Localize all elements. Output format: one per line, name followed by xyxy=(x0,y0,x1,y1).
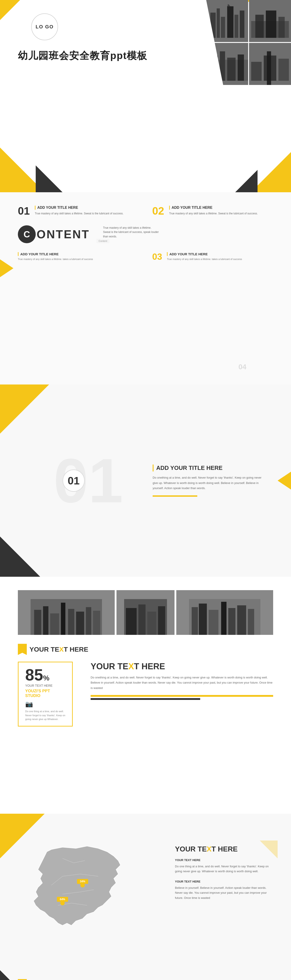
svg-rect-39 xyxy=(221,602,226,635)
slide3-text: Do onething at a time, and do well. Neve… xyxy=(153,475,264,491)
yellow-bar-3 xyxy=(153,495,197,497)
item-text-3: True mastery of any skill takes a lifeti… xyxy=(18,257,139,261)
svg-rect-3 xyxy=(227,6,233,38)
svg-rect-27 xyxy=(76,612,84,635)
deco-right-yellow-3 xyxy=(278,472,291,490)
deco-left-yellow-3 xyxy=(0,385,49,434)
content-item-4: ADD YOUR TITLE HERE True mastery of any … xyxy=(167,252,242,261)
slide-2: 01 ADD YOUR TITLE HERE True mastery of a… xyxy=(0,192,291,385)
text-content-1: Do one thing at a time, and do well. Nev… xyxy=(175,864,273,874)
slide3-heading: ADD YOUR TITLE HERE xyxy=(153,465,264,471)
content-tag: Content xyxy=(96,239,109,243)
deco-left-tri xyxy=(0,259,13,277)
svg-rect-12 xyxy=(206,60,248,81)
stat-percent: 85 xyxy=(25,667,43,683)
svg-rect-36 xyxy=(192,607,198,635)
stat-desc: Do one thing at a time, and do well. Nev… xyxy=(25,710,65,721)
dark-bar xyxy=(90,698,200,700)
svg-rect-19 xyxy=(278,59,289,81)
slide-5: YOUR TEXT HERE 34% 64% YOUR xyxy=(0,814,291,980)
content-label-row: C ONTENT True mastery of any skill takes… xyxy=(18,225,273,243)
china-map: 34% 64% xyxy=(18,840,134,957)
slide5-heading: YOUR TEXT HERE xyxy=(175,845,273,853)
main-text: Do onething at a time, and do well. Neve… xyxy=(90,675,273,690)
svg-rect-34 xyxy=(158,606,165,635)
stat-percent-row: 85 % xyxy=(25,667,65,683)
svg-rect-37 xyxy=(199,603,207,635)
svg-rect-8 xyxy=(251,21,289,38)
text-content-2: Believe in yourself. Believe in yourself… xyxy=(175,885,273,900)
item-number-1: 01 xyxy=(18,206,31,216)
content-item-2: 02 ADD YOUR TITLE HERE True mastery of a… xyxy=(152,206,273,216)
content-item-3: ADD YOUR TITLE HERE True mastery of any … xyxy=(18,252,139,261)
photo-strip xyxy=(18,590,273,635)
svg-rect-14 xyxy=(220,51,225,81)
main-content: YOUR TEXT HERE Do onething at a time, an… xyxy=(82,662,273,700)
slide-title: 幼儿园班会安全教育ppt模板 xyxy=(18,49,147,62)
svg-rect-24 xyxy=(50,613,59,635)
step-circle: 01 xyxy=(62,469,85,492)
c-letter: C xyxy=(18,225,36,243)
deco-bottom-dark-right xyxy=(235,170,258,192)
slide-3: 01 01 ADD YOUR TITLE HERE Do onething at… xyxy=(0,385,291,577)
slide-1: LO GO 幼儿园班会安全教育ppt模板 xyxy=(0,0,291,192)
deco-left-dark-5 xyxy=(0,970,36,980)
svg-rect-16 xyxy=(238,54,244,81)
svg-rect-18 xyxy=(264,56,276,81)
svg-rect-28 xyxy=(86,607,91,635)
svg-marker-58 xyxy=(260,840,278,858)
svg-rect-7 xyxy=(228,4,228,7)
item-heading-4: ADD YOUR TITLE HERE xyxy=(167,252,242,256)
photo-strip-2 xyxy=(117,590,174,635)
slide5-right-content: YOUR TEXT HERE YOUR TEXT HERE Do one thi… xyxy=(175,845,273,906)
item-text-4: True mastery of any skill takes a lifeti… xyxy=(167,257,242,261)
svg-rect-22 xyxy=(34,610,41,635)
svg-rect-1 xyxy=(217,8,220,38)
photo-strip-1 xyxy=(18,590,115,635)
logo-circle: LO GO xyxy=(31,13,58,40)
item-number-3b: 03 xyxy=(152,252,163,261)
svg-rect-13 xyxy=(210,56,218,81)
svg-rect-17 xyxy=(251,62,261,81)
photo-2 xyxy=(249,0,291,42)
stat-box: 85 % YOUR TEXT HERE YOUZI'S PPT STUDIO 📷… xyxy=(18,662,73,727)
ontent-text: ONTENT xyxy=(36,228,90,241)
photo-1 xyxy=(206,0,248,42)
stats-content-row: 85 % YOUR TEXT HERE YOUZI'S PPT STUDIO 📷… xyxy=(18,662,273,727)
deco-left-dark-3 xyxy=(0,536,40,577)
slide-4: YOUR TEXT HERE 85 % YOUR TEXT HERE YOUZI… xyxy=(0,577,291,814)
item-text-2: True mastery of any skill takes a lifeti… xyxy=(169,212,258,216)
stat-label: YOUR TEXT HERE xyxy=(25,684,65,687)
slide3-content: ADD YOUR TITLE HERE Do onething at a tim… xyxy=(153,465,264,496)
logo-text: LO GO xyxy=(36,24,54,30)
svg-rect-10 xyxy=(266,11,276,38)
content-desc: True mastery of any skill takes a lifeti… xyxy=(103,226,159,239)
svg-rect-4 xyxy=(234,15,238,38)
item-heading-3: ADD YOUR TITLE HERE xyxy=(18,252,139,256)
section-header-4: YOUR TEXT HERE xyxy=(18,644,273,655)
main-heading: YOUR TEXT HERE xyxy=(90,662,273,671)
photo-collage xyxy=(206,0,291,85)
text-label-1: YOUR TEXT HERE xyxy=(175,858,273,863)
content-item-1: 01 ADD YOUR TITLE HERE True mastery of a… xyxy=(18,206,139,216)
photo-strip-3 xyxy=(176,590,273,635)
svg-rect-32 xyxy=(138,605,146,635)
bookmark-icon-4 xyxy=(18,644,27,655)
yellow-full-bar xyxy=(90,695,273,697)
svg-rect-20 xyxy=(267,51,271,85)
section-title-4: YOUR TEXT HERE xyxy=(30,646,88,653)
photo-3 xyxy=(206,43,248,85)
svg-rect-11 xyxy=(278,17,285,38)
svg-rect-41 xyxy=(237,605,246,635)
item-number-2: 02 xyxy=(152,206,166,216)
svg-rect-0 xyxy=(210,13,216,38)
svg-rect-40 xyxy=(228,608,236,635)
svg-rect-33 xyxy=(147,612,156,635)
text-block-1: YOUR TEXT HERE Do one thing at a time, a… xyxy=(175,858,273,874)
bookmark-icon-5 xyxy=(18,979,27,980)
photo-4 xyxy=(249,43,291,85)
camera-icon: 📷 xyxy=(25,700,65,708)
item-number-4: 04 xyxy=(238,363,247,371)
svg-rect-31 xyxy=(126,608,137,635)
section-header-5: YOUR TEXT HERE xyxy=(18,979,88,980)
